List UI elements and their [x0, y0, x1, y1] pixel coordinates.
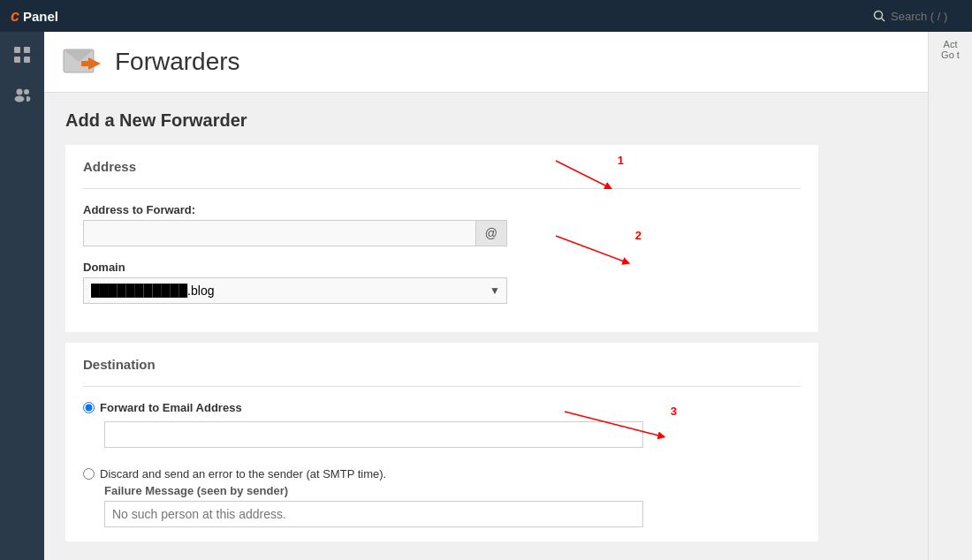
email-forward-input[interactable]: support@youstable.com	[104, 421, 643, 448]
page-header: Forwarders	[44, 32, 928, 93]
right-panel-act-label: Act	[944, 39, 958, 49]
svg-line-1	[882, 19, 885, 22]
content-area: Forwarders Add a New Forwarder Address A…	[44, 32, 928, 560]
svg-rect-13	[81, 61, 95, 66]
form-area: Add a New Forwarder Address Address to F…	[44, 93, 839, 560]
cpanel-logo: c Panel	[11, 7, 58, 26]
failure-message-label: Failure Message (seen by sender)	[104, 484, 801, 497]
svg-rect-3	[24, 47, 30, 53]
search-area[interactable]	[873, 10, 961, 23]
radio-discard: Discard and send an error to the sender …	[83, 467, 801, 481]
address-label: Address to Forward:	[83, 203, 801, 216]
svg-point-8	[24, 89, 29, 95]
svg-point-6	[17, 89, 23, 95]
svg-rect-5	[24, 57, 30, 63]
search-icon	[873, 10, 885, 22]
search-input[interactable]	[891, 10, 961, 23]
main-layout: Forwarders Add a New Forwarder Address A…	[0, 32, 972, 560]
svg-rect-2	[14, 47, 20, 53]
address-to-forward-group: Address to Forward: hi @	[83, 203, 801, 246]
domain-select-wrapper: ███████████.blog ▼	[83, 277, 507, 304]
bottom-row: Advanced Options ▾ Add Forwarder 4	[65, 552, 818, 560]
radio-forward-email-input[interactable]	[83, 402, 95, 413]
svg-point-0	[875, 11, 883, 19]
domain-select[interactable]: ███████████.blog	[83, 277, 507, 304]
right-panel-go-label: Go t	[941, 49, 960, 60]
svg-point-7	[15, 96, 25, 102]
address-section-heading: Address	[83, 159, 801, 174]
add-forwarder-title: Add a New Forwarder	[65, 110, 818, 131]
radio-forward-email: Forward to Email Address	[83, 401, 801, 414]
svg-rect-4	[14, 57, 20, 63]
address-at-addon: @	[476, 220, 507, 246]
email-forward-input-group: support@youstable.com	[83, 421, 801, 458]
right-panel: Act Go t	[928, 32, 972, 560]
domain-label: Domain	[83, 261, 801, 274]
sidebar-grid-icon[interactable]	[6, 39, 38, 71]
radio-forward-email-label: Forward to Email Address	[100, 401, 242, 414]
sidebar	[0, 32, 44, 560]
forwarder-icon	[62, 44, 104, 79]
radio-discard-input[interactable]	[83, 468, 95, 480]
destination-heading: Destination	[83, 357, 801, 372]
sidebar-users-icon[interactable]	[6, 79, 38, 111]
failure-message-input[interactable]	[104, 501, 643, 527]
domain-group: Domain ███████████.blog ▼	[83, 261, 801, 304]
address-input[interactable]: hi	[83, 220, 476, 246]
radio-discard-label: Discard and send an error to the sender …	[100, 467, 386, 481]
topbar: c Panel	[0, 0, 972, 32]
address-input-wrapper: hi @	[83, 220, 507, 246]
page-title: Forwarders	[115, 48, 240, 76]
